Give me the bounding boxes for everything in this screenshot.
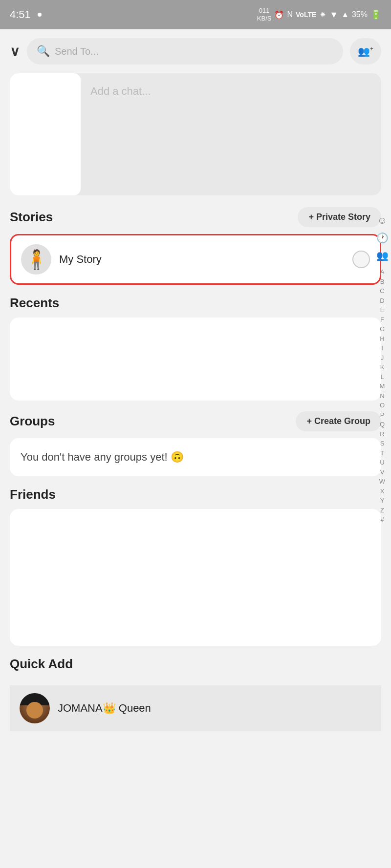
friends-box [10, 509, 381, 646]
alpha-X[interactable]: X [380, 487, 385, 496]
alpha-hash[interactable]: # [380, 515, 384, 525]
create-group-button[interactable]: + Create Group [296, 411, 381, 431]
story-avatar-icon: 🧍 [25, 249, 48, 270]
status-time: 4:51 [10, 8, 31, 21]
add-friends-button[interactable]: 👥+ [350, 38, 381, 64]
alpha-J[interactable]: J [381, 353, 384, 363]
alpha-Y[interactable]: Y [380, 496, 385, 506]
search-icon: 🔍 [37, 45, 50, 58]
alpha-K[interactable]: K [380, 362, 385, 372]
main-content: Stories + Private Story 🧍 My Story Recen… [0, 205, 391, 646]
search-bar-area: ∨ 🔍 Send To... 👥+ [0, 29, 391, 73]
recents-title: Recents [10, 296, 59, 311]
alphabet-sidebar: ☺ 🕐 👥 A B C D E F G H I J K L M N O P Q … [373, 205, 391, 646]
bluetooth-icon: ⁕ [319, 9, 326, 20]
status-icons: 011KB/S ⏰ N VoLTE ⁕ ▼ ▲ 35% 🔋 [257, 7, 381, 22]
recent-icon[interactable]: 🕐 [376, 232, 389, 244]
alpha-O[interactable]: O [380, 401, 385, 410]
alpha-I[interactable]: I [381, 343, 383, 353]
alpha-C[interactable]: C [380, 286, 384, 296]
volte-icon: VoLTE [296, 11, 316, 19]
search-bar[interactable]: 🔍 Send To... [27, 38, 343, 64]
alpha-T[interactable]: T [380, 448, 384, 458]
alpha-B[interactable]: B [380, 277, 385, 287]
nfc-icon: N [287, 10, 293, 19]
alpha-W[interactable]: W [379, 477, 385, 487]
alarm-icon: ⏰ [274, 10, 284, 20]
alpha-F[interactable]: F [380, 315, 384, 325]
alpha-Z[interactable]: Z [380, 506, 384, 515]
alphabet-list: A B C D E F G H I J K L M N O P Q R S T … [379, 267, 385, 525]
alpha-M[interactable]: M [380, 381, 385, 391]
search-placeholder: Send To... [55, 46, 99, 57]
chat-content[interactable]: Add a chat... [81, 73, 381, 195]
battery-percent: 35% [352, 10, 368, 19]
stories-title: Stories [10, 210, 53, 225]
friends-section-header: Friends [10, 485, 381, 502]
story-radio[interactable] [352, 251, 370, 268]
add-friends-icon: 👥+ [358, 45, 373, 57]
alpha-V[interactable]: V [380, 467, 385, 477]
friends-title: Friends [10, 487, 56, 502]
status-dot [38, 13, 42, 17]
chevron-down-icon[interactable]: ∨ [10, 43, 20, 60]
alpha-E[interactable]: E [380, 305, 385, 315]
alpha-L[interactable]: L [380, 372, 384, 382]
story-avatar: 🧍 [21, 244, 51, 275]
stories-section-header: Stories + Private Story [10, 205, 381, 227]
avatar-face [26, 702, 43, 719]
contacts-icon[interactable]: 👥 [376, 250, 389, 261]
story-name: My Story [59, 253, 345, 266]
alpha-D[interactable]: D [380, 296, 384, 306]
quick-add-item[interactable]: JOMANA👑 Queen [10, 685, 381, 731]
alpha-H[interactable]: H [380, 334, 384, 344]
chat-area: Add a chat... [10, 73, 381, 195]
alpha-A[interactable]: A [380, 267, 385, 277]
quick-add-avatar [20, 693, 50, 723]
recents-box [10, 318, 381, 401]
quick-add-title: Quick Add [10, 656, 73, 672]
private-story-button[interactable]: + Private Story [298, 207, 381, 227]
avatar-inner [20, 693, 50, 723]
add-chat-placeholder: Add a chat... [90, 85, 151, 97]
emoji-icon[interactable]: ☺ [377, 215, 387, 226]
wifi-icon: ▼ [329, 10, 338, 20]
quick-add-name: JOMANA👑 Queen [58, 702, 371, 715]
my-story-item[interactable]: 🧍 My Story [10, 234, 381, 285]
alpha-Q[interactable]: Q [380, 420, 385, 429]
sections-wrapper: Stories + Private Story 🧍 My Story Recen… [0, 205, 391, 646]
status-bar: 4:51 011KB/S ⏰ N VoLTE ⁕ ▼ ▲ 35% 🔋 [0, 0, 391, 29]
groups-title: Groups [10, 414, 55, 429]
network-speed-icon: 011KB/S [257, 7, 272, 22]
alpha-G[interactable]: G [380, 324, 385, 334]
alpha-U[interactable]: U [380, 458, 384, 467]
alpha-N[interactable]: N [380, 391, 384, 401]
quick-add-section: Quick Add JOMANA👑 Queen [0, 655, 391, 731]
groups-empty-message: You don't have any groups yet! 🙃 [10, 438, 381, 476]
alpha-P[interactable]: P [380, 410, 385, 420]
sidebar-icons: ☺ 🕐 👥 [376, 215, 389, 261]
recents-section-header: Recents [10, 294, 381, 311]
alpha-S[interactable]: S [380, 439, 385, 448]
alpha-R[interactable]: R [380, 429, 384, 439]
chat-thumbnail [10, 73, 81, 195]
quick-add-header: Quick Add [10, 655, 381, 678]
battery-icon: 🔋 [370, 9, 381, 20]
signal-icon: ▲ [341, 10, 349, 19]
groups-section-header: Groups + Create Group [10, 409, 381, 431]
